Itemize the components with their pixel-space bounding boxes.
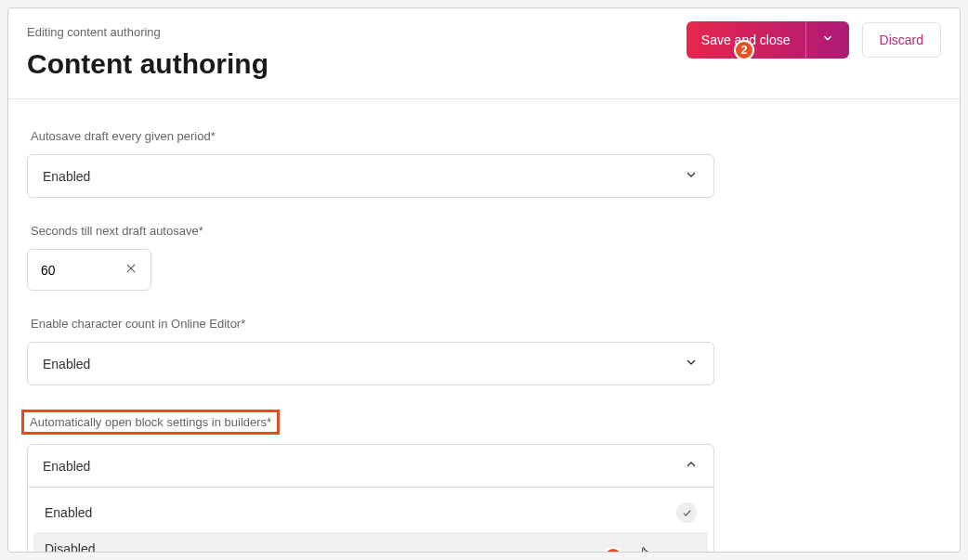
select-value: Enabled (43, 459, 90, 474)
option-label: Disabled (45, 541, 95, 553)
editor-window: Editing content authoring Content author… (7, 7, 961, 553)
field-label: Seconds till next draft autosave* (27, 222, 207, 240)
chevron-up-icon (684, 457, 699, 475)
field-seconds-autosave: Seconds till next draft autosave* (27, 222, 941, 291)
chevron-down-icon (821, 32, 834, 48)
select-options-list: Enabled Disabled (27, 488, 714, 553)
chevron-down-icon (684, 167, 699, 185)
field-char-count: Enable character count in Online Editor*… (27, 315, 941, 385)
autosave-period-select[interactable]: Enabled (27, 154, 714, 198)
field-auto-open-blocks: Automatically open block settings in bui… (27, 410, 941, 553)
form-area: Autosave draft every given period* Enabl… (8, 99, 960, 553)
clear-input-button[interactable] (124, 262, 137, 278)
save-dropdown-toggle[interactable] (805, 21, 849, 59)
select-option-enabled[interactable]: Enabled (33, 493, 708, 532)
discard-button[interactable]: Discard (862, 22, 941, 58)
field-label-highlight: Automatically open block settings in bui… (21, 410, 280, 435)
select-value: Enabled (43, 169, 90, 184)
check-icon (676, 502, 697, 523)
option-label: Enabled (45, 505, 92, 520)
pointer-cursor-icon (636, 546, 653, 553)
field-label: Enable character count in Online Editor* (27, 315, 249, 332)
field-label: Autosave draft every given period* (27, 127, 219, 145)
chevron-down-icon (684, 355, 699, 372)
field-autosave-period: Autosave draft every given period* Enabl… (27, 127, 941, 198)
auto-open-blocks-select[interactable]: Enabled (27, 444, 714, 488)
close-icon (124, 262, 137, 278)
char-count-select[interactable]: Enabled (27, 342, 714, 385)
save-button-group: Save and close (687, 21, 849, 59)
header: Editing content authoring Content author… (8, 8, 960, 99)
seconds-autosave-input-wrap (27, 249, 151, 291)
callout-badge-2: 2 (734, 40, 754, 60)
header-actions: Save and close Discard (687, 21, 941, 59)
select-value: Enabled (43, 357, 90, 371)
seconds-autosave-input[interactable] (41, 263, 97, 278)
